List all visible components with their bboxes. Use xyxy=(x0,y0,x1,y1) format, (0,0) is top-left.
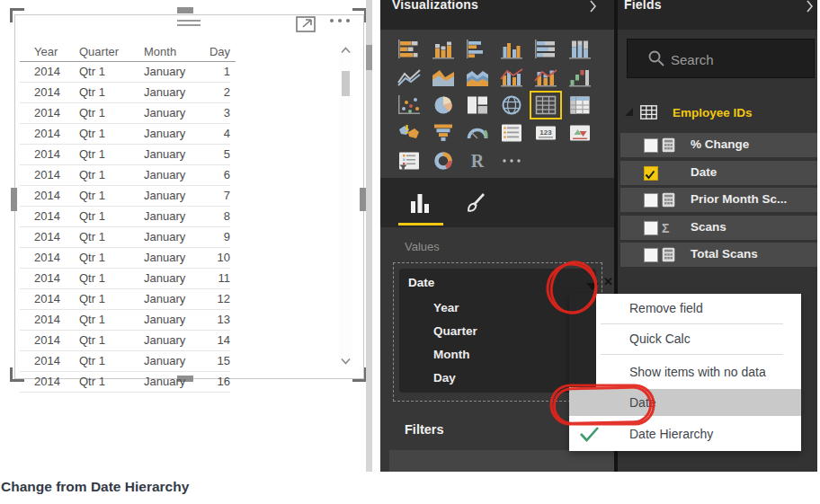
table-cell: January xyxy=(144,103,207,124)
scroll-down-icon[interactable] xyxy=(341,358,351,365)
table-cell: January xyxy=(144,165,207,186)
calculator-icon xyxy=(662,247,675,262)
hierarchy-level-day[interactable]: Day xyxy=(433,370,477,386)
visual-type-stacked-area-chart-icon[interactable] xyxy=(465,66,490,88)
expand-collapse-icon[interactable] xyxy=(624,107,634,117)
field-dropdown-icon[interactable] xyxy=(586,283,599,290)
sum-icon: Σ xyxy=(662,220,675,235)
visual-type-area-chart-icon[interactable] xyxy=(431,66,456,88)
visual-type-slicer-icon[interactable] xyxy=(397,150,422,172)
values-section-label: Values xyxy=(405,240,440,253)
selection-corner-top-right[interactable] xyxy=(352,8,367,22)
field-row--change[interactable]: % Change xyxy=(620,133,817,157)
collapse-fields-icon[interactable] xyxy=(806,0,814,13)
table-cell: January xyxy=(144,186,207,207)
field-label: Scans xyxy=(691,220,726,234)
canvas-scrollbar-thumb[interactable] xyxy=(366,45,372,70)
table-scrollbar[interactable] xyxy=(339,44,352,367)
visual-type-kpi-icon[interactable] xyxy=(567,122,593,144)
hierarchy-levels: YearQuarterMonthDay xyxy=(433,300,477,393)
column-header-quarter[interactable]: Quarter xyxy=(79,43,144,61)
field-label: Date xyxy=(691,165,717,179)
column-header-month[interactable]: Month xyxy=(144,43,207,61)
selection-handle-top[interactable] xyxy=(177,7,193,13)
drag-handle-icon[interactable] xyxy=(177,20,201,26)
menu-item-date-hierarchy[interactable]: Date Hierarchy xyxy=(569,416,801,452)
visual-type-donut-chart-icon[interactable] xyxy=(431,150,456,172)
visual-type-card-icon[interactable]: 123 xyxy=(533,122,558,144)
table-cell: Qtr 1 xyxy=(79,248,144,269)
field-row-scans[interactable]: ΣScans xyxy=(620,216,817,240)
field-table-node[interactable]: Employee IDs xyxy=(618,101,817,126)
table-cell: 1 xyxy=(207,62,230,83)
selection-handle-right[interactable] xyxy=(360,188,366,211)
visual-type-filled-map-icon[interactable] xyxy=(397,122,422,144)
table-cell: Qtr 1 xyxy=(79,331,144,351)
visual-type-r-script-visual-icon[interactable]: R xyxy=(465,150,490,172)
visual-type-hundred-stacked-bar-chart-icon[interactable] xyxy=(533,39,558,60)
table-cell: Qtr 1 xyxy=(79,289,144,310)
menu-item-date[interactable]: Date xyxy=(569,389,801,416)
visual-type-more-options-icon[interactable] xyxy=(499,150,524,172)
visual-type-matrix-icon[interactable] xyxy=(567,94,593,116)
selection-handle-left[interactable] xyxy=(11,188,17,211)
table-cell: January xyxy=(144,227,207,248)
field-well-card[interactable]: Date ✕ YearQuarterMonthDay xyxy=(399,269,596,393)
table-cell: 6 xyxy=(207,165,230,186)
focus-mode-icon[interactable] xyxy=(296,15,316,36)
field-checkbox[interactable] xyxy=(644,221,658,235)
table-cell: Qtr 1 xyxy=(79,269,144,289)
visual-type-clustered-bar-chart-icon[interactable] xyxy=(465,39,490,60)
table-cell: 5 xyxy=(207,145,230,165)
field-label: Prior Month Sc... xyxy=(691,192,787,206)
more-options-icon[interactable] xyxy=(327,13,354,29)
selection-corner-top-left[interactable] xyxy=(10,8,24,22)
visual-type-map-icon[interactable] xyxy=(499,94,524,116)
hierarchy-level-quarter[interactable]: Quarter xyxy=(433,323,477,340)
field-row-date[interactable]: Date xyxy=(620,161,817,185)
menu-item-remove-field[interactable]: Remove field xyxy=(569,294,801,323)
visual-type-waterfall-chart-icon[interactable] xyxy=(567,66,593,88)
visual-type-stacked-bar-chart-icon[interactable] xyxy=(397,39,422,60)
visual-type-hundred-stacked-column-chart-icon[interactable] xyxy=(567,39,593,60)
visual-type-table-icon[interactable] xyxy=(533,94,558,116)
filters-drop-area[interactable] xyxy=(389,450,614,472)
visual-type-line-clustered-column-chart-icon[interactable] xyxy=(499,66,524,88)
hierarchy-level-year[interactable]: Year xyxy=(433,300,477,316)
search-box[interactable] xyxy=(627,39,815,78)
field-checkbox[interactable] xyxy=(644,193,658,208)
visual-type-gauge-icon[interactable] xyxy=(465,122,490,144)
search-input[interactable] xyxy=(669,47,807,72)
tab-fields[interactable] xyxy=(407,190,432,219)
field-row-prior-month-sc[interactable]: Prior Month Sc... xyxy=(620,188,817,212)
menu-item-quick-calc[interactable]: Quick Calc xyxy=(569,324,801,354)
visual-type-pie-chart-icon[interactable] xyxy=(431,94,456,116)
field-checkbox[interactable] xyxy=(644,248,658,262)
visual-type-line-stacked-column-chart-icon[interactable] xyxy=(533,66,558,88)
tab-format[interactable] xyxy=(461,191,488,220)
scrollbar-thumb[interactable] xyxy=(342,71,350,96)
table-cell: 2014 xyxy=(20,248,79,269)
remove-field-x-icon[interactable]: ✕ xyxy=(603,275,613,288)
column-header-year[interactable]: Year xyxy=(20,43,79,61)
canvas-scrollbar[interactable] xyxy=(366,0,372,472)
table-cell: 2014 xyxy=(20,165,79,186)
column-header-day[interactable]: Day xyxy=(207,43,230,61)
scroll-up-icon[interactable] xyxy=(341,47,351,54)
visual-type-funnel-icon[interactable] xyxy=(431,122,456,144)
field-checkbox[interactable] xyxy=(644,138,658,153)
field-checkbox-checked[interactable] xyxy=(644,166,658,181)
visual-type-clustered-column-chart-icon[interactable] xyxy=(499,39,524,60)
menu-item-show-items-with-no-data[interactable]: Show items with no data xyxy=(569,355,801,389)
field-table-name: Employee IDs xyxy=(673,106,753,119)
visual-type-treemap-icon[interactable] xyxy=(465,94,490,116)
collapse-pane-icon[interactable] xyxy=(589,0,597,13)
visual-type-stacked-column-chart-icon[interactable] xyxy=(431,39,456,60)
visual-type-scatter-chart-icon[interactable] xyxy=(397,94,422,116)
hierarchy-level-month[interactable]: Month xyxy=(433,347,477,363)
selection-corner-bottom-right[interactable] xyxy=(352,367,367,382)
field-row-total-scans[interactable]: Total Scans xyxy=(620,243,817,267)
visual-type-line-chart-icon[interactable] xyxy=(397,66,422,88)
visual-type-multi-row-card-icon[interactable] xyxy=(499,122,524,144)
table-cell: 14 xyxy=(207,331,230,351)
